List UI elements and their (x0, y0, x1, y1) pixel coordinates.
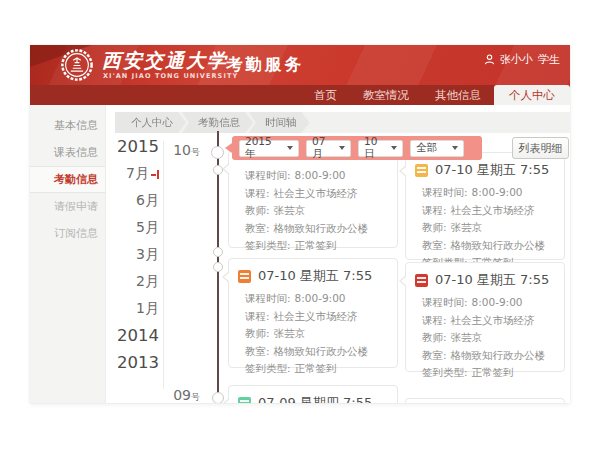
university-logo-icon (60, 48, 94, 82)
card-field: 课程:社会主义市场经济 (245, 185, 389, 203)
year-dropdown[interactable]: 2015年 (239, 140, 299, 157)
day-dropdown[interactable]: 10日 (358, 140, 403, 157)
timeline-node (213, 165, 223, 175)
timeline-node (212, 392, 224, 403)
card-field: 课程时间:8:00-9:00 (422, 294, 556, 312)
sidebar-item-schedule-info[interactable]: 课表信息 (30, 139, 105, 166)
scale-year-2015[interactable]: 2015 (105, 133, 159, 160)
nav-item-other-info[interactable]: 其他信息 (422, 85, 494, 105)
user-info[interactable]: 张小小 学生 (484, 52, 560, 67)
user-role: 学生 (538, 52, 560, 67)
card-header: 07-10 星期五 7:55 (406, 263, 564, 292)
card-field: 教室:格物致知行政办公楼 (422, 347, 556, 365)
day-label-10: 10号 (160, 142, 200, 159)
main-nav: 首页 教室情况 其他信息 个人中心 (30, 85, 570, 105)
app-window: 西安交通大学 XI'AN JIAO TONG UNIVERSITY 考勤服务 张… (30, 45, 570, 403)
status-red-icon (415, 274, 428, 287)
card-date: 07-10 星期五 7:55 (435, 271, 549, 289)
card-field: 课程:社会主义市场经济 (245, 308, 389, 326)
month-dropdown[interactable]: 07月 (306, 140, 351, 157)
status-yellow-icon (415, 164, 428, 177)
chevron-down-icon (391, 146, 397, 150)
card-field: 教师:张芸京 (245, 202, 389, 220)
screenshot-canvas: 西安交通大学 XI'AN JIAO TONG UNIVERSITY 考勤服务 张… (0, 0, 600, 450)
attendance-card: 07-10 星期五 7:55 课程时间:8:00-9:00 课程:社会主义市场经… (405, 152, 565, 260)
app-title: 考勤服务 (226, 54, 304, 76)
card-field: 课程:社会主义市场经济 (422, 202, 556, 220)
sidebar: 基本信息 课表信息 考勤信息 请假申请 订阅信息 (30, 105, 106, 403)
sidebar-item-attendance-info[interactable]: 考勤信息 (30, 166, 105, 193)
card-field: 签到类型:正常签到 (422, 364, 556, 382)
day-label-09: 09号 (160, 387, 200, 403)
card-field: 教师:张芸京 (245, 325, 389, 343)
user-name: 张小小 (500, 52, 533, 67)
attendance-card: 07-09 星期四 7:55 (228, 385, 398, 403)
scale-month-february[interactable]: 2月 (105, 268, 159, 295)
card-field: 课程:社会主义市场经济 (422, 312, 556, 330)
card-field: 教室:格物致知行政办公楼 (245, 343, 389, 361)
card-date: 07-10 星期五 7:55 (258, 267, 372, 285)
attendance-card: 07-10 星期五 7:55 课程时间:8:00-9:00 课程:社会主义市场经… (405, 262, 565, 372)
university-name-en: XI'AN JIAO TONG UNIVERSITY (103, 72, 238, 80)
card-date: 07-09 星期四 7:55 (258, 394, 372, 403)
status-orange-icon (238, 270, 251, 283)
card-field: 教室:格物致知行政办公楼 (245, 220, 389, 238)
card-header: 07-10 星期五 7:55 (229, 259, 397, 288)
scale-month-july[interactable]: 7月 (105, 160, 159, 187)
breadcrumb-personal-center[interactable]: 个人中心 (115, 112, 186, 133)
breadcrumb-timeline[interactable]: 时间轴 (249, 112, 310, 133)
scale-month-march[interactable]: 3月 (105, 241, 159, 268)
card-field: 课程时间:8:00-9:00 (245, 290, 389, 308)
card-header: 07-09 星期四 7:55 (229, 386, 397, 403)
nav-item-classrooms[interactable]: 教室情况 (350, 85, 422, 105)
status-green-icon (238, 397, 251, 404)
sidebar-item-leave-request[interactable]: 请假申请 (30, 193, 105, 220)
nav-item-personal-center[interactable]: 个人中心 (494, 85, 570, 105)
nav-item-home[interactable]: 首页 (301, 85, 350, 105)
attendance-card: 07-10 星期五 7:55 课程时间:8:00-9:00 课程:社会主义市场经… (228, 258, 398, 368)
attendance-card (405, 398, 565, 403)
scale-year-2013[interactable]: 2013 (105, 349, 159, 376)
scale-month-january[interactable]: 1月 (105, 295, 159, 322)
timeline-node (211, 146, 224, 159)
timeline-node (213, 262, 223, 272)
list-detail-button[interactable]: 列表明细 (512, 137, 569, 159)
active-month-marker (150, 170, 159, 179)
type-dropdown[interactable]: 全部 (410, 140, 464, 157)
card-field: 课程时间:8:00-9:00 (245, 167, 389, 185)
attendance-card: 课程时间:8:00-9:00 课程:社会主义市场经济 教师:张芸京 教室:格物致… (228, 150, 398, 248)
university-name-cn: 西安交通大学 (102, 49, 228, 71)
timeline-node (213, 247, 223, 257)
app-header: 西安交通大学 XI'AN JIAO TONG UNIVERSITY 考勤服务 张… (30, 45, 570, 85)
sidebar-item-subscription-info[interactable]: 订阅信息 (30, 220, 105, 247)
user-icon (484, 54, 495, 65)
chevron-down-icon (339, 146, 345, 150)
scale-month-may[interactable]: 5月 (105, 214, 159, 241)
card-field: 签到类型:正常签到 (245, 360, 389, 378)
card-date: 07-10 星期五 7:55 (435, 161, 549, 179)
sidebar-item-basic-info[interactable]: 基本信息 (30, 112, 105, 139)
card-field: 课程时间:8:00-9:00 (422, 184, 556, 202)
scale-divider-line (163, 141, 164, 389)
chevron-down-icon (452, 146, 458, 150)
breadcrumb: 个人中心 考勤信息 时间轴 (115, 112, 570, 133)
breadcrumb-attendance-info[interactable]: 考勤信息 (182, 112, 253, 133)
chevron-down-icon (287, 146, 293, 150)
card-field: 签到类型:正常签到 (245, 237, 389, 255)
date-filter-bar: 2015年 07月 10日 全部 (232, 136, 482, 160)
card-field: 教师:张芸京 (422, 219, 556, 237)
scale-year-2014[interactable]: 2014 (105, 322, 159, 349)
card-field: 教室:格物致知行政办公楼 (422, 237, 556, 255)
card-field: 教师:张芸京 (422, 329, 556, 347)
timeline-scale: 2015 7月 6月 5月 3月 2月 1月 2014 2013 (105, 133, 159, 376)
scale-month-june[interactable]: 6月 (105, 187, 159, 214)
